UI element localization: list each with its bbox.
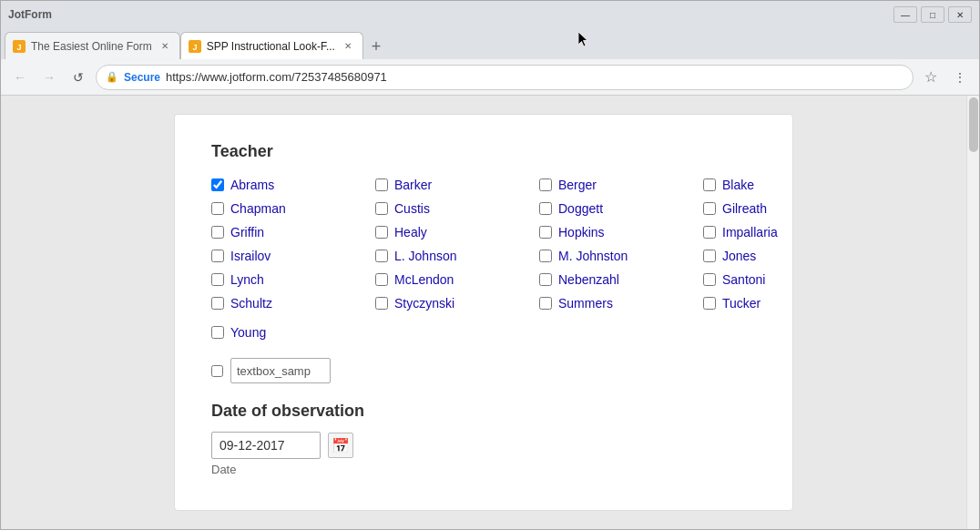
- tab1-favicon: J: [13, 40, 26, 53]
- calendar-icon: 📅: [332, 437, 350, 454]
- calendar-button[interactable]: 📅: [328, 433, 353, 458]
- checkbox-cb_jones[interactable]: [703, 250, 716, 262]
- maximize-button[interactable]: □: [921, 6, 944, 23]
- checkbox-cb_chapman[interactable]: [211, 202, 224, 215]
- label-cb_ljohnson[interactable]: L. Johnson: [394, 249, 457, 263]
- teacher-section-title: Teacher: [211, 142, 756, 161]
- checkbox-cb_schultz[interactable]: [211, 297, 224, 310]
- label-cb_griffin[interactable]: Griffin: [230, 225, 264, 240]
- checkbox-cb_impallaria[interactable]: [703, 226, 716, 239]
- checkbox-cb_ljohnson[interactable]: [375, 250, 388, 262]
- checkbox-item-cb_abrams: Abrams: [211, 178, 375, 192]
- page-with-scroll: Teacher AbramsBarkerBergerBlakeChapmanCu…: [1, 96, 979, 529]
- checkbox-item-cb_tucker: Tucker: [703, 296, 867, 311]
- young-checkbox[interactable]: [211, 326, 224, 339]
- brand-title: JotForm: [8, 8, 52, 21]
- checkbox-item-cb_doggett: Doggett: [539, 201, 703, 216]
- tab2-label: SPP Instructional Look-F...: [207, 40, 335, 53]
- tab1-close[interactable]: ✕: [158, 39, 172, 54]
- checkbox-cb_abrams[interactable]: [211, 178, 224, 191]
- menu-button[interactable]: ⋮: [948, 66, 972, 89]
- label-cb_israilov[interactable]: Israilov: [230, 249, 271, 263]
- tab2-favicon: J: [189, 40, 201, 53]
- checkbox-cb_lynch[interactable]: [211, 273, 224, 286]
- checkbox-grid: AbramsBarkerBergerBlakeChapmanCustisDogg…: [211, 178, 756, 311]
- tab-2[interactable]: J SPP Instructional Look-F... ✕: [180, 32, 363, 59]
- label-cb_lynch[interactable]: Lynch: [230, 272, 264, 287]
- checkbox-cb_blake[interactable]: [703, 178, 716, 191]
- date-input[interactable]: [211, 432, 321, 459]
- checkbox-cb_mjohnston[interactable]: [539, 250, 552, 262]
- new-tab-button[interactable]: +: [363, 34, 389, 59]
- checkbox-item-cb_gilreath: Gilreath: [703, 201, 867, 216]
- checkbox-cb_doggett[interactable]: [539, 202, 552, 215]
- checkbox-item-cb_nebenzahl: Nebenzahl: [539, 272, 703, 287]
- checkbox-cb_santoni[interactable]: [703, 273, 716, 286]
- date-row: 📅: [211, 432, 756, 459]
- checkbox-item-cb_schultz: Schultz: [211, 296, 375, 311]
- label-cb_blake[interactable]: Blake: [722, 178, 754, 192]
- checkbox-cb_hopkins[interactable]: [539, 226, 552, 239]
- label-cb_tucker[interactable]: Tucker: [722, 296, 761, 311]
- label-cb_schultz[interactable]: Schultz: [230, 296, 272, 311]
- reload-button[interactable]: ↺: [66, 66, 90, 89]
- forward-button[interactable]: →: [37, 66, 61, 89]
- other-textbox[interactable]: [230, 358, 331, 383]
- checkbox-item-cb_israilov: Israilov: [211, 249, 375, 263]
- checkbox-cb_israilov[interactable]: [211, 250, 224, 262]
- checkbox-cb_tucker[interactable]: [703, 297, 716, 310]
- minimize-button[interactable]: —: [893, 6, 917, 23]
- checkbox-item-cb_santoni: Santoni: [703, 272, 867, 287]
- label-cb_doggett[interactable]: Doggett: [558, 201, 603, 216]
- checkbox-cb_griffin[interactable]: [211, 226, 224, 239]
- label-cb_summers[interactable]: Summers: [558, 296, 613, 311]
- checkbox-item-cb_healy: Healy: [375, 225, 539, 240]
- label-cb_mjohnston[interactable]: M. Johnston: [558, 249, 628, 263]
- checkbox-item-cb_mjohnston: M. Johnston: [539, 249, 703, 263]
- checkbox-cb_summers[interactable]: [539, 297, 552, 310]
- label-cb_custis[interactable]: Custis: [394, 201, 430, 216]
- secure-label: Secure: [124, 71, 160, 84]
- bookmark-button[interactable]: ☆: [919, 66, 943, 89]
- other-checkbox[interactable]: [211, 365, 223, 377]
- checkbox-item-cb_berger: Berger: [539, 178, 703, 192]
- label-cb_santoni[interactable]: Santoni: [722, 272, 765, 287]
- tab1-label: The Easiest Online Form: [31, 40, 152, 53]
- checkbox-cb_custis[interactable]: [375, 202, 388, 215]
- address-input-wrap[interactable]: 🔒 Secure https://www.jotform.com/7253748…: [96, 65, 914, 90]
- checkbox-cb_healy[interactable]: [375, 226, 388, 239]
- tabs-bar: J The Easiest Online Form ✕ J SPP Instru…: [1, 28, 979, 59]
- checkbox-cb_gilreath[interactable]: [703, 202, 716, 215]
- checkbox-item-cb_hopkins: Hopkins: [539, 225, 703, 240]
- label-cb_abrams[interactable]: Abrams: [230, 178, 274, 192]
- tab-1[interactable]: J The Easiest Online Form ✕: [5, 32, 180, 59]
- label-cb_styczynski[interactable]: Styczynski: [394, 296, 454, 311]
- scrollbar-thumb[interactable]: [969, 97, 978, 152]
- checkbox-cb_mclendon[interactable]: [375, 273, 388, 286]
- label-cb_mclendon[interactable]: McLendon: [394, 272, 454, 287]
- tab2-close[interactable]: ✕: [341, 39, 355, 54]
- checkbox-cb_barker[interactable]: [375, 178, 388, 191]
- date-section-title: Date of observation: [211, 402, 756, 421]
- label-cb_hopkins[interactable]: Hopkins: [558, 225, 605, 240]
- label-cb_impallaria[interactable]: Impallaria: [722, 225, 778, 240]
- label-cb_chapman[interactable]: Chapman: [230, 201, 286, 216]
- label-cb_healy[interactable]: Healy: [394, 225, 427, 240]
- label-cb_berger[interactable]: Berger: [558, 178, 597, 192]
- checkbox-item-cb_summers: Summers: [539, 296, 703, 311]
- label-cb_nebenzahl[interactable]: Nebenzahl: [558, 272, 619, 287]
- label-cb_gilreath[interactable]: Gilreath: [722, 201, 767, 216]
- title-bar-left: JotForm: [8, 8, 70, 21]
- label-cb_jones[interactable]: Jones: [722, 249, 756, 263]
- checkbox-item-cb_styczynski: Styczynski: [375, 296, 539, 311]
- close-button[interactable]: ✕: [948, 6, 972, 23]
- young-label[interactable]: Young: [230, 325, 266, 340]
- checkbox-item-cb_griffin: Griffin: [211, 225, 375, 240]
- form-card: Teacher AbramsBarkerBergerBlakeChapmanCu…: [174, 114, 793, 511]
- checkbox-cb_styczynski[interactable]: [375, 297, 388, 310]
- back-button[interactable]: ←: [8, 66, 32, 89]
- checkbox-cb_berger[interactable]: [539, 178, 552, 191]
- date-section: Date of observation 📅 Date: [211, 402, 756, 476]
- label-cb_barker[interactable]: Barker: [394, 178, 432, 192]
- checkbox-cb_nebenzahl[interactable]: [539, 273, 552, 286]
